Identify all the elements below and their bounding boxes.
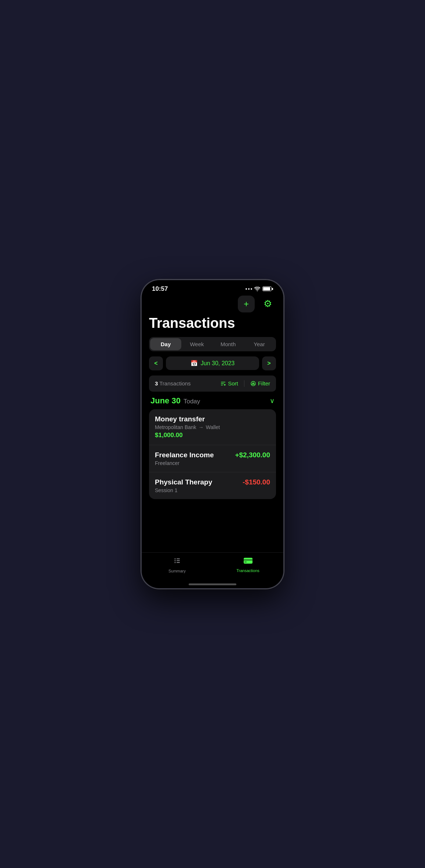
nav-summary-label: Summary — [168, 569, 186, 573]
filter-label: Filter — [258, 380, 270, 387]
tx-to: Wallet — [206, 424, 220, 430]
tx-name: Money transfer — [155, 415, 205, 423]
expand-group-icon[interactable]: ∨ — [270, 397, 275, 405]
actions-divider — [244, 380, 244, 387]
signal-dot-2 — [248, 288, 250, 290]
svg-rect-5 — [177, 560, 180, 561]
filter-icon — [250, 381, 256, 387]
tx-amount: -$150.00 — [243, 478, 270, 486]
phone-screen: 10:57 — [142, 280, 283, 588]
bottom-navigation: Summary Transactions — [142, 552, 283, 582]
nav-item-summary[interactable]: Summary — [142, 556, 212, 573]
prev-date-button[interactable]: < — [149, 356, 163, 370]
tx-name: Physical Therapy — [155, 478, 212, 486]
transfer-arrow-icon: → — [199, 424, 204, 430]
date-day: June 30 — [150, 396, 181, 406]
wifi-icon — [254, 287, 260, 291]
add-transaction-button[interactable]: + — [238, 296, 255, 312]
transaction-cards: Money transfer Metropolitan Bank → Walle… — [149, 409, 276, 499]
tx-subtitle: Session 1 — [155, 487, 270, 493]
tx-amount: +$2,300.00 — [235, 451, 270, 459]
tx-card-top: Freelance Income +$2,300.00 — [155, 451, 270, 459]
svg-point-2 — [174, 560, 175, 561]
transaction-actions: Sort Filter — [220, 380, 270, 387]
battery-icon — [262, 286, 273, 291]
svg-point-3 — [174, 562, 175, 563]
plus-icon: + — [244, 300, 249, 308]
svg-rect-4 — [177, 558, 180, 559]
signal-dots — [246, 288, 252, 290]
card-icon — [243, 557, 253, 567]
tx-card-top: Money transfer — [155, 415, 270, 423]
transaction-header: 3 Transactions Sort — [149, 376, 276, 392]
current-date: Jun 30, 2023 — [201, 360, 235, 367]
table-row[interactable]: Money transfer Metropolitan Bank → Walle… — [149, 409, 276, 445]
tab-week[interactable]: Week — [181, 338, 212, 350]
filter-button[interactable]: Filter — [250, 380, 270, 387]
dynamic-island — [190, 284, 235, 296]
date-group-header: June 30 Today ∨ — [149, 396, 276, 406]
tab-year[interactable]: Year — [244, 338, 275, 350]
date-group: June 30 Today ∨ Money transfer Metropoli… — [149, 396, 276, 499]
date-today-label: Today — [184, 398, 200, 405]
transaction-count: 3 Transactions — [155, 380, 191, 387]
header-actions: + ⚙ — [149, 294, 276, 312]
sort-label: Sort — [228, 380, 238, 387]
sort-icon — [220, 381, 226, 387]
tx-transfer-row: Metropolitan Bank → Wallet — [155, 424, 270, 430]
svg-rect-9 — [244, 561, 247, 563]
tx-subtitle: Freelancer — [155, 460, 270, 466]
chevron-left-icon: < — [154, 360, 157, 367]
status-icons — [246, 286, 273, 291]
date-navigation: < 📅 Jun 30, 2023 > — [149, 356, 276, 370]
chevron-right-icon: > — [267, 360, 270, 367]
table-row[interactable]: Freelance Income +$2,300.00 Freelancer — [149, 445, 276, 472]
status-time: 10:57 — [152, 285, 168, 293]
tx-from: Metropolitan Bank — [155, 424, 196, 430]
main-content: + ⚙ Transactions Day Week Month Year < — [142, 294, 283, 552]
phone-frame: 10:57 — [141, 279, 284, 589]
table-row[interactable]: Physical Therapy -$150.00 Session 1 — [149, 472, 276, 499]
tab-month[interactable]: Month — [212, 338, 244, 350]
page-title: Transactions — [149, 315, 276, 331]
tab-day[interactable]: Day — [150, 338, 181, 350]
tx-card-top: Physical Therapy -$150.00 — [155, 478, 270, 486]
nav-item-transactions[interactable]: Transactions — [212, 557, 283, 573]
next-date-button[interactable]: > — [262, 356, 276, 370]
gear-icon: ⚙ — [264, 298, 272, 310]
tx-name: Freelance Income — [155, 451, 214, 459]
date-group-title: June 30 Today — [150, 396, 200, 406]
settings-button[interactable]: ⚙ — [259, 296, 276, 312]
nav-transactions-label: Transactions — [236, 568, 259, 573]
tx-transfer-amount: $1,000.00 — [155, 432, 270, 439]
signal-dot-1 — [246, 288, 247, 290]
transaction-count-label: Transactions — [159, 380, 190, 387]
svg-rect-6 — [177, 562, 180, 563]
calendar-icon: 📅 — [190, 360, 198, 367]
sort-button[interactable]: Sort — [220, 380, 238, 387]
date-pill[interactable]: 📅 Jun 30, 2023 — [166, 356, 259, 370]
home-indicator — [189, 583, 236, 585]
signal-dot-3 — [251, 288, 252, 290]
svg-point-1 — [174, 558, 175, 559]
svg-rect-8 — [244, 559, 253, 561]
period-tabs: Day Week Month Year — [149, 337, 276, 351]
list-icon — [173, 556, 182, 567]
